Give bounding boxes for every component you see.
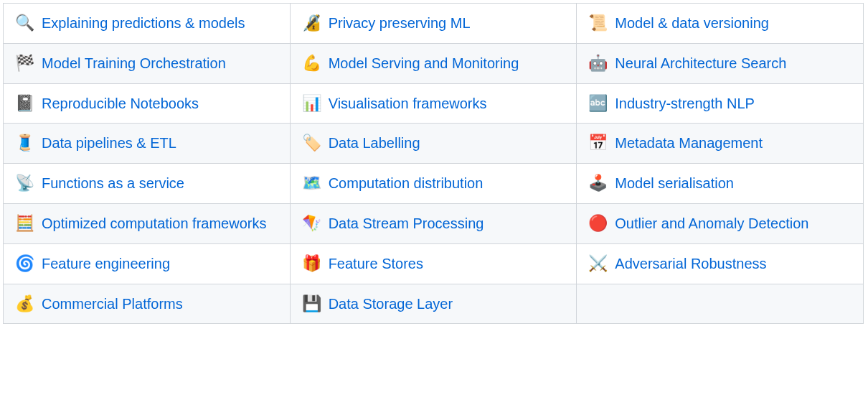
catalog-table: 🔍Explaining predictions & models🔏Privacy… xyxy=(3,3,864,324)
catalog-link[interactable]: Visualisation frameworks xyxy=(329,93,487,114)
satellite-icon: 📡 xyxy=(15,172,34,195)
catalog-link[interactable]: Adversarial Robustness xyxy=(615,253,766,274)
calendar-icon: 📅 xyxy=(588,132,608,154)
gift-icon: 🎁 xyxy=(302,253,321,275)
table-cell: 📜Model & data versioning xyxy=(577,4,864,44)
table-row: 📓Reproducible Notebooks📊Visualisation fr… xyxy=(4,83,864,124)
catalog-link[interactable]: Model serialisation xyxy=(615,172,734,194)
catalog-link[interactable]: Data Storage Layer xyxy=(329,293,453,315)
table-cell: 🗺️Computation distribution xyxy=(290,164,577,204)
lock-icon: 🔏 xyxy=(302,12,321,34)
catalog-link[interactable]: Data Labelling xyxy=(329,132,420,154)
catalog-link[interactable]: Commercial Platforms xyxy=(42,293,183,315)
crossed-swords-icon: ⚔️ xyxy=(588,253,608,275)
catalog-link[interactable]: Model Serving and Monitoring xyxy=(329,52,519,74)
catalog-link[interactable]: Outlier and Anomaly Detection xyxy=(615,213,808,234)
map-icon: 🗺️ xyxy=(302,172,321,195)
cyclone-icon: 🌀 xyxy=(15,253,34,275)
catalog-link[interactable]: Metadata Management xyxy=(615,132,763,154)
catalog-link[interactable]: Reproducible Notebooks xyxy=(42,93,199,114)
red-circle-icon: 🔴 xyxy=(588,213,608,235)
table-cell: ⚔️Adversarial Robustness xyxy=(577,243,864,284)
bar-chart-icon: 📊 xyxy=(302,93,321,115)
table-cell: 💾Data Storage Layer xyxy=(290,284,577,324)
catalog-link[interactable]: Functions as a service xyxy=(42,172,184,194)
robot-icon: 🤖 xyxy=(588,52,608,75)
thread-icon: 🧵 xyxy=(15,132,34,154)
table-cell: 🪁Data Stream Processing xyxy=(290,203,577,243)
scroll-icon: 📜 xyxy=(588,12,608,34)
abc-icon: 🔤 xyxy=(588,93,608,115)
table-row: 🧮Optimized computation frameworks🪁Data S… xyxy=(4,203,864,243)
table-cell: 🔏Privacy preserving ML xyxy=(290,4,577,44)
label-icon: 🏷️ xyxy=(302,132,321,154)
catalog-link[interactable]: Feature engineering xyxy=(42,253,170,274)
table-row: 💰Commercial Platforms💾Data Storage Layer xyxy=(4,284,864,324)
table-cell: 💰Commercial Platforms xyxy=(4,284,291,324)
table-cell: 🌀Feature engineering xyxy=(4,243,291,284)
table-cell: 📡Functions as a service xyxy=(4,164,291,204)
magnifier-icon: 🔍 xyxy=(15,12,34,34)
table-cell: 🕹️Model serialisation xyxy=(577,164,864,204)
table-row: 🌀Feature engineering🎁Feature Stores⚔️Adv… xyxy=(4,243,864,284)
joystick-icon: 🕹️ xyxy=(588,172,608,195)
catalog-link[interactable]: Industry-strength NLP xyxy=(615,93,755,114)
money-bag-icon: 💰 xyxy=(15,293,34,315)
table-cell: 💪Model Serving and Monitoring xyxy=(290,43,577,83)
table-cell: 📊Visualisation frameworks xyxy=(290,83,577,124)
catalog-link[interactable]: Data pipelines & ETL xyxy=(42,132,176,154)
table-cell: 📓Reproducible Notebooks xyxy=(4,83,291,124)
table-cell: 🧵Data pipelines & ETL xyxy=(4,124,291,164)
notebook-icon: 📓 xyxy=(15,93,34,115)
table-row: 📡Functions as a service🗺️Computation dis… xyxy=(4,164,864,204)
table-cell: 🎁Feature Stores xyxy=(290,243,577,284)
table-cell: 🏷️Data Labelling xyxy=(290,124,577,164)
flexed-biceps-icon: 💪 xyxy=(302,52,321,75)
table-cell xyxy=(577,284,864,324)
table-cell: 📅Metadata Management xyxy=(577,124,864,164)
abacus-icon: 🧮 xyxy=(15,213,34,235)
table-row: 🏁Model Training Orchestration💪Model Serv… xyxy=(4,43,864,83)
table-cell: 🔤Industry-strength NLP xyxy=(577,83,864,124)
catalog-link[interactable]: Privacy preserving ML xyxy=(329,12,471,34)
table-cell: 🤖Neural Architecture Search xyxy=(577,43,864,83)
catalog-link[interactable]: Model Training Orchestration xyxy=(42,52,226,74)
table-cell: 🧮Optimized computation frameworks xyxy=(4,203,291,243)
checkered-flag-icon: 🏁 xyxy=(15,52,34,75)
table-cell: 🔴Outlier and Anomaly Detection xyxy=(577,203,864,243)
table-row: 🔍Explaining predictions & models🔏Privacy… xyxy=(4,4,864,44)
catalog-link[interactable]: Neural Architecture Search xyxy=(615,52,786,74)
catalog-link[interactable]: Feature Stores xyxy=(329,253,423,274)
kite-icon: 🪁 xyxy=(302,213,321,235)
table-cell: 🏁Model Training Orchestration xyxy=(4,43,291,83)
catalog-link[interactable]: Data Stream Processing xyxy=(329,213,484,234)
catalog-link[interactable]: Model & data versioning xyxy=(615,12,769,34)
catalog-link[interactable]: Computation distribution xyxy=(329,172,483,194)
floppy-disk-icon: 💾 xyxy=(302,293,321,315)
catalog-link[interactable]: Optimized computation frameworks xyxy=(42,213,266,234)
catalog-link[interactable]: Explaining predictions & models xyxy=(42,12,245,34)
catalog-body: 🔍Explaining predictions & models🔏Privacy… xyxy=(4,4,864,324)
table-cell: 🔍Explaining predictions & models xyxy=(4,4,291,44)
table-row: 🧵Data pipelines & ETL🏷️Data Labelling📅Me… xyxy=(4,124,864,164)
